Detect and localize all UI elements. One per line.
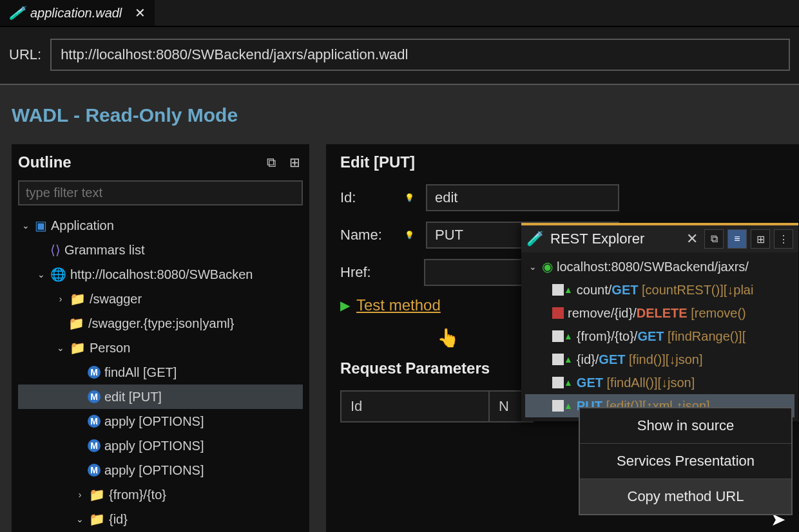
rest-endpoint[interactable]: ▲ {id}/GET [find()][↓json]	[525, 348, 794, 371]
delete-icon	[552, 307, 564, 319]
tree-item-method[interactable]: M findAll [GET]	[18, 360, 303, 385]
chevron-down-icon[interactable]: ⌄	[21, 213, 31, 238]
tree-item-method[interactable]: M apply [OPTIONS]	[18, 433, 303, 458]
outline-tree: ⌄ ▣ Application ⟨⟩ Grammars list ⌄ 🌐 htt…	[18, 213, 303, 531]
rest-explorer-title: REST Explorer	[550, 231, 680, 247]
bulb-icon: 💡	[405, 193, 414, 202]
url-input[interactable]	[50, 39, 790, 71]
file-icon	[552, 354, 564, 365]
method-icon: M	[88, 464, 101, 477]
rest-endpoint[interactable]: ▲ {from}/{to}/GET [findRange()][	[525, 325, 794, 348]
bulb-icon: 💡	[405, 231, 414, 240]
url-row: URL:	[0, 27, 799, 85]
outline-title: Outline	[18, 153, 72, 171]
file-icon	[552, 330, 564, 342]
folder-icon: 📁	[89, 482, 105, 507]
mode-bar: WADL - Read-Only Mode	[0, 85, 799, 138]
folder-icon: 📁	[70, 287, 86, 311]
arrow-up-icon: ▲	[564, 348, 573, 371]
file-icon	[552, 284, 564, 296]
rest-endpoint[interactable]: ▲ count/GET [countREST()][↓plai	[525, 278, 794, 301]
list-view-icon[interactable]: ≡	[727, 229, 747, 249]
file-icon	[552, 377, 564, 388]
application-icon: ▣	[35, 213, 47, 238]
tree-item-method[interactable]: M apply [OPTIONS]	[18, 409, 303, 433]
params-table-header: Id N	[340, 390, 534, 423]
method-icon: M	[88, 415, 101, 428]
collapse-all-icon[interactable]: ⧉	[263, 154, 280, 171]
tree-item-application[interactable]: ⌄ ▣ Application	[18, 213, 303, 238]
ctx-copy-method-url[interactable]: Copy method URL	[580, 479, 791, 514]
restore-icon[interactable]: ⧉	[704, 229, 724, 249]
chevron-down-icon[interactable]: ⌄	[75, 507, 85, 531]
arrow-up-icon: ▲	[564, 278, 573, 301]
file-icon	[552, 400, 564, 412]
file-tab[interactable]: 🧪 application.wadl ✕	[0, 0, 155, 26]
tree-item-base[interactable]: ⌄ 🌐 http://localhost:8080/SWBacken	[18, 262, 303, 287]
col-n[interactable]: N	[490, 392, 518, 421]
ctx-services-presentation[interactable]: Services Presentation	[580, 443, 791, 479]
method-icon: M	[88, 390, 101, 403]
arrow-up-icon: ▲	[564, 394, 573, 417]
method-icon: M	[88, 439, 101, 452]
method-icon: M	[88, 366, 101, 379]
test-method-link[interactable]: Test method	[356, 296, 441, 314]
filter-input[interactable]	[18, 180, 303, 205]
tree-view-icon[interactable]: ⊞	[751, 229, 770, 249]
chevron-right-icon[interactable]: ›	[55, 287, 66, 311]
server-icon: ◉	[542, 255, 553, 278]
tree-item-folder[interactable]: › 📁 /swagger	[18, 287, 303, 311]
tree-item-folder[interactable]: 📁 /swagger.{type:json|yaml}	[18, 311, 303, 336]
href-label: Href:	[340, 264, 396, 281]
globe-icon: 🌐	[50, 262, 66, 287]
id-input[interactable]	[426, 184, 619, 211]
id-label: Id:	[340, 189, 396, 206]
rest-root[interactable]: ⌄ ◉ localhost:8080/SWBackend/jaxrs/	[525, 255, 794, 278]
tree-item-folder[interactable]: › 📁 {from}/{to}	[18, 482, 303, 507]
chevron-down-icon[interactable]: ⌄	[528, 255, 538, 278]
col-id[interactable]: Id	[342, 392, 490, 421]
chevron-down-icon[interactable]: ⌄	[36, 262, 46, 287]
rest-explorer-view: 🧪 REST Explorer ✕ ⧉ ≡ ⊞ ⋮ ⌄ ◉ localhost:…	[521, 223, 798, 421]
close-icon[interactable]: ✕	[686, 231, 698, 247]
rest-endpoint[interactable]: remove/{id}/DELETE [remove()	[525, 301, 794, 325]
url-label: URL:	[9, 46, 41, 63]
play-icon: ▶	[340, 298, 350, 313]
edit-title: Edit [PUT]	[340, 153, 785, 171]
outline-panel: Outline ⧉ ⊞ ⌄ ▣ Application ⟨⟩ Grammars …	[12, 144, 309, 532]
folder-icon: 📁	[89, 507, 105, 531]
chevron-down-icon[interactable]: ⌄	[55, 336, 66, 360]
flask-icon: 🧪	[9, 5, 25, 21]
tab-bar: 🧪 application.wadl ✕	[0, 0, 799, 27]
tree-item-folder[interactable]: ⌄ 📁 Person	[18, 336, 303, 360]
flask-icon: 🧪	[526, 231, 544, 247]
expand-all-icon[interactable]: ⊞	[286, 154, 303, 171]
tree-item-method[interactable]: M apply [OPTIONS]	[18, 458, 303, 482]
page-title: WADL - Read-Only Mode	[12, 104, 787, 126]
tab-title: application.wadl	[30, 6, 122, 21]
folder-icon: 📁	[70, 336, 86, 360]
grammars-icon: ⟨⟩	[50, 238, 61, 262]
name-label: Name:	[340, 227, 396, 243]
more-icon[interactable]: ⋮	[774, 229, 793, 249]
ctx-show-in-source[interactable]: Show in source	[580, 408, 791, 443]
tree-item-folder[interactable]: ⌄ 📁 {id}	[18, 507, 303, 531]
tree-item-grammars[interactable]: ⟨⟩ Grammars list	[18, 238, 303, 262]
chevron-right-icon[interactable]: ›	[75, 482, 85, 507]
context-menu: Show in source Services Presentation Cop…	[579, 407, 793, 515]
rest-endpoint[interactable]: ▲ GET [findAll()][↓json]	[525, 371, 794, 394]
arrow-up-icon: ▲	[564, 325, 573, 348]
folder-icon: 📁	[68, 311, 84, 336]
tree-item-method[interactable]: M edit [PUT]	[18, 385, 303, 409]
arrow-up-icon: ▲	[564, 371, 573, 394]
close-icon[interactable]: ✕	[135, 5, 146, 21]
